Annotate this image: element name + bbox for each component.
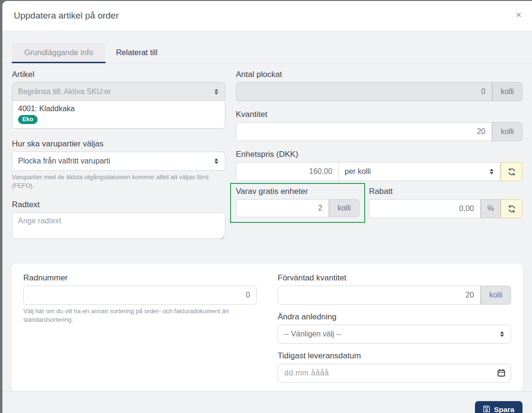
sort-arrows-icon xyxy=(489,168,494,175)
radtext-group: Radtext xyxy=(12,200,225,241)
varav-gratis-unit: kolli xyxy=(329,199,359,217)
varav-gratis-label: Varav gratis enheter xyxy=(236,187,359,196)
varuparti-label: Hur ska varupartier väljas xyxy=(12,139,225,149)
artikel-label: Artikel xyxy=(12,70,225,79)
save-floppy-icon xyxy=(483,405,490,413)
enhetspris-label: Enhetspris (DKK) xyxy=(236,150,522,159)
artikel-group: Artikel Begränsa till: Aktiva SKU:er 400… xyxy=(12,70,225,129)
antal-plockat-group: Antal plockat kolli xyxy=(236,70,522,101)
card-right-column: Förväntad kvantitet kolli Ändra anlednin… xyxy=(278,273,511,383)
enhetspris-per-unit-value: per kolli xyxy=(345,167,371,176)
varuparti-group: Hur ska varupartier väljas Plocka från v… xyxy=(12,139,225,190)
calendar-icon[interactable] xyxy=(497,369,505,379)
varuparti-select-value: Plocka från valfritt varuparti xyxy=(18,157,110,165)
sort-arrows-icon xyxy=(213,158,219,164)
tab-bar: Grundläggande info Relaterat till xyxy=(2,30,532,63)
andra-anledning-label: Ändra anledning xyxy=(278,312,511,322)
enhetspris-per-unit-select[interactable]: per kolli xyxy=(339,162,501,181)
kvantitet-unit: kolli xyxy=(492,122,522,141)
radnummer-help-text: Välj här om du vill ha en annan sorterin… xyxy=(23,307,257,324)
rabatt-group: Rabatt % xyxy=(369,183,522,223)
leveransdatum-group: Tidigast leveransdatum xyxy=(278,351,511,383)
andra-anledning-value: -- Vänligen välj -- xyxy=(284,330,341,338)
kvantitet-label: Kvantitet xyxy=(236,110,522,119)
varav-gratis-highlight-box: Varav gratis enheter kolli xyxy=(230,183,365,223)
recalculate-discount-button[interactable] xyxy=(501,199,522,218)
rabatt-label: Rabatt xyxy=(369,187,522,196)
modal-header: Uppdatera artikel på order × xyxy=(2,1,532,30)
artikel-selected-name: 4001: Kladdkaka xyxy=(18,105,219,113)
antal-plockat-unit: kolli xyxy=(492,82,522,101)
sort-arrows-icon xyxy=(499,331,505,337)
radtext-textarea[interactable] xyxy=(12,212,225,239)
modal-title: Uppdatera artikel på order xyxy=(14,10,119,21)
radtext-label: Radtext xyxy=(12,200,225,210)
radnummer-input[interactable] xyxy=(23,286,257,305)
artikel-widget: Begränsa till: Aktiva SKU:er 4001: Kladd… xyxy=(12,82,225,129)
right-column: Antal plockat kolli Kvantitet kolli Enhe… xyxy=(236,70,522,251)
recalculate-price-button[interactable] xyxy=(501,162,522,181)
left-column: Artikel Begränsa till: Aktiva SKU:er 400… xyxy=(12,70,225,251)
eko-badge: Eko xyxy=(18,115,38,124)
antal-plockat-input xyxy=(236,82,492,101)
card-left-column: Radnummer Välj här om du vill ha en anna… xyxy=(23,273,257,383)
varav-gratis-input[interactable] xyxy=(236,199,329,217)
refresh-icon xyxy=(508,205,516,213)
antal-plockat-label: Antal plockat xyxy=(236,70,522,79)
varuparti-help-text: Varupartier med de äldsta utgångsdatumen… xyxy=(12,173,225,190)
artikel-selected-item[interactable]: 4001: Kladdkaka Eko xyxy=(12,101,225,128)
andra-anledning-select[interactable]: -- Vänligen välj -- xyxy=(278,325,511,344)
kvantitet-group: Kvantitet kolli xyxy=(236,110,522,141)
forvantad-kvantitet-group: Förväntad kvantitet kolli xyxy=(278,273,511,305)
free-units-and-discount-row: Varav gratis enheter kolli Rabatt % xyxy=(236,183,522,223)
radnummer-label: Radnummer xyxy=(23,273,257,283)
varuparti-select[interactable]: Plocka från valfritt varuparti xyxy=(12,152,225,171)
update-order-line-modal: Uppdatera artikel på order × Grundläggan… xyxy=(2,1,532,413)
leveransdatum-label: Tidigast leveransdatum xyxy=(278,351,511,361)
enhetspris-input[interactable] xyxy=(236,162,339,181)
enhetspris-group: Enhetspris (DKK) per kolli xyxy=(236,150,522,181)
main-form: Artikel Begränsa till: Aktiva SKU:er 400… xyxy=(2,63,532,251)
kvantitet-input[interactable] xyxy=(236,122,492,141)
save-button[interactable]: Spara xyxy=(475,401,522,413)
modal-footer: Spara xyxy=(2,391,532,413)
forvantad-kvantitet-label: Förväntad kvantitet xyxy=(278,273,511,283)
tab-grundlaggande-info[interactable]: Grundläggande info xyxy=(12,43,106,63)
forvantad-kvantitet-unit: kolli xyxy=(481,286,511,305)
leveransdatum-input[interactable] xyxy=(278,364,511,383)
tab-relaterat-till[interactable]: Relaterat till xyxy=(106,43,168,63)
close-button[interactable]: × xyxy=(516,10,522,19)
sorting-and-delivery-card: Radnummer Välj här om du vill ha en anna… xyxy=(12,264,522,391)
radnummer-group: Radnummer Välj här om du vill ha en anna… xyxy=(23,273,257,324)
andra-anledning-group: Ändra anledning -- Vänligen välj -- xyxy=(278,312,511,344)
refresh-icon xyxy=(508,168,516,176)
rabatt-unit: % xyxy=(481,199,501,218)
save-button-label: Spara xyxy=(494,405,514,413)
close-icon: × xyxy=(516,9,522,20)
forvantad-kvantitet-input[interactable] xyxy=(278,286,481,305)
artikel-filter-value: Begränsa till: Aktiva SKU:er xyxy=(18,87,111,96)
sort-arrows-icon xyxy=(213,88,219,95)
artikel-filter-select[interactable]: Begränsa till: Aktiva SKU:er xyxy=(12,83,225,101)
rabatt-input[interactable] xyxy=(369,199,481,218)
